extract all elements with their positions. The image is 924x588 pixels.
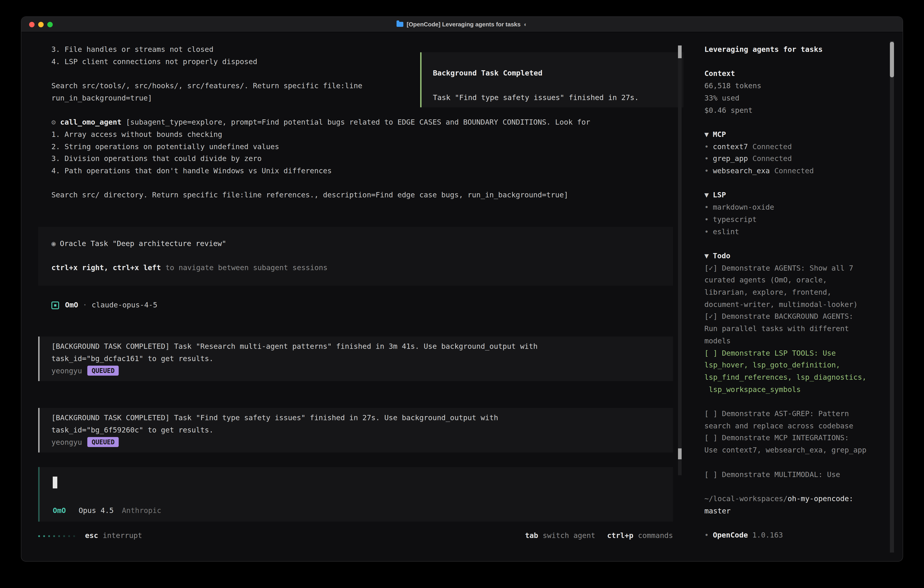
context-header: Context: [705, 68, 872, 80]
mcp-status: Connected: [752, 154, 792, 163]
main-scrollbar-thumb[interactable]: [678, 448, 681, 459]
tab-action-label: switch agent: [543, 530, 595, 542]
mcp-status: Connected: [752, 142, 792, 151]
agent-model: claude-opus-4-5: [92, 299, 157, 311]
todo-item-active: [ ] Demonstrate LSP TOOLS: Use lsp_hover…: [705, 347, 872, 396]
log-line: 3. Division operations that could divide…: [51, 153, 673, 165]
background-task-message: [BACKGROUND TASK COMPLETED] Task "Find t…: [38, 408, 673, 453]
commands-action-label: commands: [638, 530, 673, 542]
todo-item-pending: [ ] Demonstrate AST-GREP: Pattern search…: [705, 408, 872, 432]
commands-key-label: ctrl+p: [607, 530, 634, 542]
model-provider: Anthropic: [122, 506, 161, 515]
tool-call-command: call_omo_agent: [60, 118, 122, 126]
mcp-header-label: MCP: [713, 130, 726, 139]
main-scrollbar-track: [678, 45, 681, 475]
log-line: [51, 177, 673, 189]
todo-item-done: [✓] Demonstrate AGENTS: Show all 7 curat…: [705, 262, 872, 311]
log-line: 2. String operations on potentially unde…: [51, 141, 673, 153]
bullet-icon: •: [705, 531, 709, 539]
todo-header-label: Todo: [713, 251, 730, 260]
notification-body: Task "Find type safety issues" finished …: [433, 92, 673, 104]
lsp-section-header[interactable]: ▼LSP: [705, 189, 872, 202]
lsp-header-label: LSP: [713, 191, 726, 200]
bullet-icon: •: [705, 167, 709, 175]
task-message-meta: yeongyuQUEUED: [51, 365, 661, 377]
sidebar: Leveraging agents for tasks Context 66,5…: [705, 31, 872, 542]
task-user: yeongyu: [51, 438, 82, 446]
todo-item-pending: [ ] Demonstrate MCP INTEGRATIONS: Use co…: [705, 432, 872, 457]
active-agent-name: OmO: [53, 506, 66, 515]
mcp-section-header[interactable]: ▼MCP: [705, 129, 872, 141]
shortcut-description: to navigate between subagent sessions: [165, 264, 328, 272]
task-message-meta: yeongyuQUEUED: [51, 436, 661, 448]
mcp-name: context7: [713, 142, 748, 151]
main-scrollbar-thumb[interactable]: [678, 45, 681, 58]
app-version: 1.0.163: [748, 531, 783, 539]
bullet-icon: •: [705, 227, 709, 236]
todo-section-header[interactable]: ▼Todo: [705, 250, 872, 262]
commands-hint: ctrl+p commands: [607, 530, 673, 542]
esc-key-label: esc: [85, 530, 98, 542]
gear-icon: ⚙: [51, 118, 56, 126]
oracle-task-title: ◉Oracle Task "Deep architecture review": [51, 238, 660, 250]
lsp-name: markdown-oxide: [713, 203, 774, 211]
log-line: 1. Array access without bounds checking: [51, 129, 673, 141]
activity-indicator-icon: ◐: [524, 17, 528, 32]
workspace-path-prefix: ~/local-workspaces/: [705, 494, 787, 503]
main-area: 3. File handles or streams not closed 4.…: [38, 31, 673, 542]
app-name: OpenCode: [713, 531, 748, 539]
collapse-triangle-icon: ▼: [705, 130, 709, 139]
esc-hint: esc interrupt: [85, 530, 142, 542]
text-cursor: [53, 477, 57, 489]
close-window-button[interactable]: [29, 22, 35, 27]
todo-item-pending: [ ] Demonstrate MULTIMODAL: Use: [705, 469, 872, 481]
model-selector[interactable]: OmOOpus 4.5Anthropic: [53, 505, 161, 517]
tab-hint: tab switch agent: [525, 530, 595, 542]
context-used: 33% used: [705, 92, 872, 104]
window-title-text: [OpenCode] Leveraging agents for tasks: [406, 17, 520, 32]
lsp-item: •typescript: [705, 214, 872, 226]
window-title: [OpenCode] Leveraging agents for tasks ◐: [396, 17, 527, 32]
mcp-name: grep_app: [713, 154, 748, 163]
mcp-item: •websearch_exaConnected: [705, 165, 872, 177]
mcp-item: •grep_appConnected: [705, 153, 872, 165]
task-message-text: [BACKGROUND TASK COMPLETED] Task "Find t…: [51, 412, 661, 436]
tool-call-line: ⚙ call_omo_agent [subagent_type=explore,…: [51, 116, 673, 129]
window-controls: [29, 22, 53, 27]
record-dot-icon: ◉: [51, 239, 56, 248]
collapse-triangle-icon: ▼: [705, 191, 709, 200]
workspace-path: ~/local-workspaces/oh-my-opencode: maste…: [705, 493, 872, 517]
status-bar: esc interrupt tab switch agent ctrl+p co…: [38, 530, 673, 542]
notification-title: Background Task Completed: [433, 67, 673, 79]
sidebar-scrollbar-thumb[interactable]: [890, 42, 894, 77]
folder-icon: [396, 22, 403, 27]
shortcut-keys: ctrl+x right, ctrl+x left: [51, 264, 161, 272]
bullet-icon: •: [705, 203, 709, 211]
background-task-notification: Background Task Completed Task "Find typ…: [420, 52, 683, 107]
oracle-task-block: ◉Oracle Task "Deep architecture review" …: [38, 227, 673, 286]
version-line: •OpenCode 1.0.163: [705, 529, 872, 542]
bullet-icon: •: [705, 142, 709, 151]
lsp-item: •eslint: [705, 226, 872, 238]
agent-name: OmO: [65, 299, 78, 311]
terminal-window: [OpenCode] Leveraging agents for tasks ◐…: [21, 17, 903, 561]
log-line: 4. Path operations that don't handle Win…: [51, 165, 673, 177]
lsp-name: eslint: [713, 227, 739, 236]
mcp-item: •context7Connected: [705, 141, 872, 153]
titlebar: [OpenCode] Leveraging agents for tasks ◐: [21, 17, 903, 32]
context-spent: $0.46 spent: [705, 104, 872, 116]
lsp-item: •markdown-oxide: [705, 202, 872, 213]
active-model-name: Opus 4.5: [79, 506, 114, 515]
prompt-input[interactable]: OmOOpus 4.5Anthropic: [38, 467, 673, 522]
bullet-icon: •: [705, 154, 709, 163]
minimize-window-button[interactable]: [38, 22, 44, 27]
screen: [OpenCode] Leveraging agents for tasks ◐…: [0, 0, 924, 588]
agent-checkbox-icon: [51, 302, 59, 309]
tab-key-label: tab: [525, 530, 538, 542]
bullet-icon: •: [705, 215, 709, 224]
agent-header: OmO · claude-opus-4-5: [38, 299, 673, 312]
context-tokens: 66,518 tokens: [705, 80, 872, 92]
todo-item-done: [✓] Demonstrate BACKGROUND AGENTS: Run p…: [705, 311, 872, 347]
zoom-window-button[interactable]: [47, 22, 53, 27]
sidebar-scrollbar-track: [890, 41, 894, 553]
